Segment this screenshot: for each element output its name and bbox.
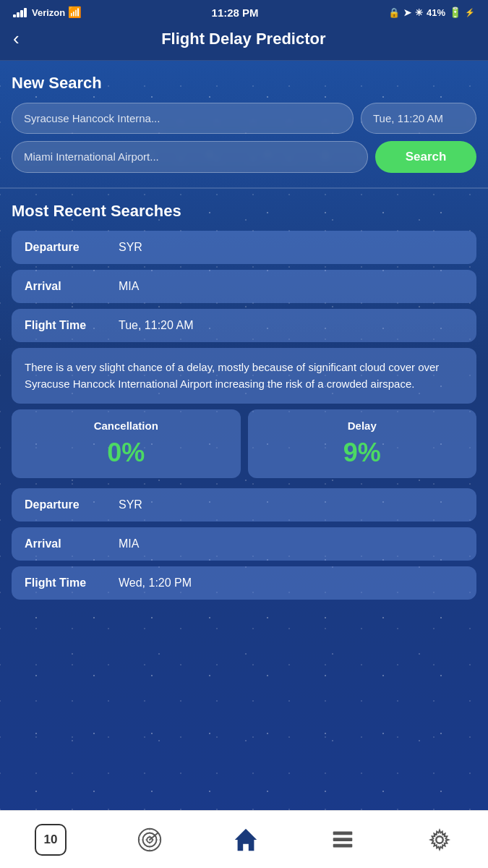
battery-label: 41%: [427, 7, 445, 18]
arrival-value-1: MIA: [119, 280, 139, 293]
arrival-input[interactable]: Miami International Airport...: [12, 141, 368, 173]
back-button[interactable]: ‹: [13, 27, 20, 50]
svg-marker-6: [235, 828, 257, 850]
departure-label-2: Departure: [25, 498, 119, 511]
new-search-section: New Search Syracuse Hancock Interna... T…: [12, 74, 476, 173]
recent-searches-section: Most Recent Searches Departure SYR Arriv…: [12, 202, 476, 600]
nav-header: ‹ Flight Delay Predictor: [0, 22, 488, 61]
delay-value: 9%: [261, 438, 464, 468]
cancellation-label: Cancellation: [25, 420, 228, 432]
cancellation-card: Cancellation 0%: [12, 409, 241, 478]
departure-label: Departure: [25, 241, 119, 254]
departure-row-2[interactable]: Departure SYR: [12, 488, 476, 522]
recent-searches-title: Most Recent Searches: [12, 202, 476, 221]
home-icon: [232, 826, 260, 854]
arrival-label-2: Arrival: [25, 537, 119, 550]
search-row-2: Miami International Airport... Search: [12, 141, 476, 173]
section-divider: [0, 187, 488, 189]
badge-count: 10: [35, 824, 67, 856]
location-icon: ➤: [403, 7, 411, 18]
page-title: Flight Delay Predictor: [27, 30, 461, 48]
list-icon: [329, 826, 356, 854]
delay-label: Delay: [261, 420, 464, 432]
departure-input[interactable]: Syracuse Hancock Interna...: [12, 103, 354, 134]
departure-value-1: SYR: [119, 241, 142, 254]
status-left: Verizon 📶: [13, 6, 82, 19]
delay-card: Delay 9%: [248, 409, 477, 478]
flighttime-value-2: Wed, 1:20 PM: [119, 576, 192, 590]
departure-row-1[interactable]: Departure SYR: [12, 231, 476, 264]
charging-icon: ⚡: [465, 8, 475, 17]
lock-icon: 🔒: [388, 7, 400, 18]
cancellation-value: 0%: [25, 438, 228, 468]
description-text-1: There is a very slight chance of a delay…: [25, 359, 463, 392]
tab-home[interactable]: [223, 820, 268, 859]
stats-row-1: Cancellation 0% Delay 9%: [12, 409, 476, 478]
arrival-row-2[interactable]: Arrival MIA: [12, 527, 476, 561]
search-row-1: Syracuse Hancock Interna... Tue, 11:20 A…: [12, 103, 476, 134]
flighttime-label-2: Flight Time: [25, 576, 119, 590]
svg-point-10: [436, 836, 443, 843]
flighttime-row-1[interactable]: Flight Time Tue, 11:20 AM: [12, 309, 476, 342]
main-content: New Search Syracuse Hancock Interna... T…: [0, 61, 488, 820]
flighttime-row-2[interactable]: Flight Time Wed, 1:20 PM: [12, 566, 476, 600]
description-card-1: There is a very slight chance of a delay…: [12, 348, 476, 404]
tab-settings[interactable]: [417, 820, 462, 859]
signal-bars-icon: [13, 8, 27, 17]
arrival-value-2: MIA: [119, 537, 139, 550]
status-time: 11:28 PM: [212, 7, 259, 19]
svg-rect-8: [333, 838, 353, 841]
svg-rect-9: [333, 843, 353, 847]
flighttime-value-1: Tue, 11:20 AM: [119, 319, 193, 332]
arrival-label: Arrival: [25, 280, 119, 293]
radar-icon: [136, 826, 163, 854]
flighttime-label: Flight Time: [25, 319, 119, 332]
status-bar: Verizon 📶 11:28 PM 🔒 ➤ ✳ 41% 🔋 ⚡: [0, 0, 488, 22]
carrier-label: Verizon: [32, 7, 65, 18]
wifi-icon: 📶: [68, 6, 82, 19]
tab-list[interactable]: [320, 820, 365, 859]
search-button[interactable]: Search: [375, 141, 476, 173]
svg-rect-7: [333, 831, 353, 835]
tab-badge[interactable]: 10: [26, 818, 75, 861]
bluetooth-icon: ✳: [415, 7, 423, 18]
tab-bar: 10: [0, 810, 488, 868]
battery-icon: 🔋: [449, 7, 461, 18]
tab-radar[interactable]: [127, 820, 172, 859]
new-search-title: New Search: [12, 74, 476, 93]
date-input[interactable]: Tue, 11:20 AM: [361, 103, 476, 134]
arrival-row-1[interactable]: Arrival MIA: [12, 270, 476, 303]
departure-value-2: SYR: [119, 498, 142, 511]
status-right: 🔒 ➤ ✳ 41% 🔋 ⚡: [388, 7, 475, 18]
gear-icon: [426, 826, 453, 854]
second-result-block: Departure SYR Arrival MIA Flight Time We…: [12, 488, 476, 600]
